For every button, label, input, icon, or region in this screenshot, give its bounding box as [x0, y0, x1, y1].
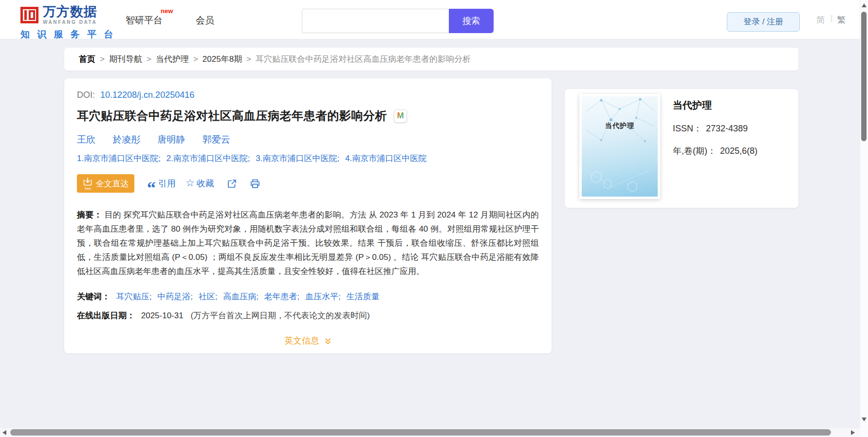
lang-divider: | — [831, 14, 832, 23]
fulltext-label: 全文直达 — [96, 178, 129, 189]
favorite-button[interactable]: ☆ 收藏 — [185, 178, 214, 189]
affiliation-separator: ; — [248, 154, 250, 163]
article-card: DOI: 10.12208/j.cn.20250416 耳穴贴压联合中药足浴对社… — [64, 78, 552, 353]
star-icon: ☆ — [185, 177, 195, 189]
share-button[interactable] — [227, 179, 237, 189]
logo-tagline: 知 识 服 务 平 台 — [20, 28, 115, 41]
breadcrumb: 首页 > 期刊导航 > 当代护理 > 2025年8期 > 耳穴贴压联合中药足浴对… — [64, 48, 798, 71]
issn-label: ISSN： — [673, 124, 702, 133]
breadcrumb-separator: > — [147, 55, 151, 64]
vertical-scrollbar-thumb[interactable] — [861, 12, 867, 141]
keywords-row: 关键词： 耳穴贴压; 中药足浴; 社区; 高血压病; 老年患者; 血压水平; 生… — [77, 291, 539, 302]
lang-simplified-toggle[interactable]: 简 — [816, 14, 825, 26]
print-icon — [250, 179, 260, 189]
volume-label: 年,卷(期)： — [673, 146, 716, 156]
site-logo[interactable]: 万方数据 WANFANG DATA 知 识 服 务 平 台 — [20, 5, 115, 41]
pubdate-value: 2025-10-31 — [141, 311, 184, 320]
logo-en-text: WANFANG DATA — [43, 19, 97, 25]
affiliation-link[interactable]: 南京市浦口区中医院 — [263, 154, 337, 163]
action-row: free 全文直达 “ 引用 ☆ 收藏 — [77, 174, 539, 193]
breadcrumb-separator: > — [193, 55, 198, 64]
pubdate-label: 在线出版日期： — [77, 311, 135, 320]
journal-info: 当代护理 ISSN：2732-4389 年,卷(期)：2025,6(8) — [673, 99, 757, 157]
breadcrumb-home[interactable]: 首页 — [79, 54, 95, 65]
keyword-separator: ; — [297, 292, 300, 301]
login-register-button[interactable]: 登录 / 注册 — [727, 12, 800, 32]
download-free-icon: free — [83, 177, 92, 190]
affiliation-link[interactable]: 南京市浦口区中医院 — [84, 154, 158, 163]
search-bar: 搜索 — [302, 9, 494, 33]
scrollbar-corner — [860, 428, 868, 437]
horizontal-scrollbar[interactable] — [0, 428, 860, 437]
keyword-link[interactable]: 生活质量 — [347, 292, 380, 301]
keyword-link[interactable]: 耳穴贴压 — [116, 292, 149, 301]
pubdate-note: (万方平台首次上网日期，不代表论文的发表时间) — [190, 311, 369, 320]
journal-issn-row: ISSN：2732-4389 — [673, 123, 757, 134]
search-button[interactable]: 搜索 — [449, 9, 494, 33]
affiliation-number: 3. — [256, 154, 262, 163]
double-chevron-down-icon — [324, 338, 332, 345]
metrics-m-badge[interactable]: M — [394, 109, 407, 123]
breadcrumb-issue[interactable]: 2025年8期 — [203, 54, 242, 65]
breadcrumb-separator: > — [246, 55, 251, 64]
wanfang-logo-icon — [20, 7, 38, 23]
new-badge: new — [161, 7, 173, 15]
cite-label: 引用 — [158, 178, 176, 189]
scroll-left-arrow-icon[interactable] — [2, 430, 6, 435]
scroll-right-arrow-icon[interactable] — [851, 430, 855, 435]
site-header: 万方数据 WANFANG DATA 知 识 服 务 平 台 智研平台 new 会… — [0, 0, 860, 39]
affiliation-number: 2. — [166, 154, 173, 163]
breadcrumb-current-article: 耳穴贴压联合中药足浴对社区高血压病老年患者的影响分析 — [256, 54, 471, 65]
affiliation-number: 4. — [345, 154, 352, 163]
pubdate-row: 在线出版日期： 2025-10-31 (万方平台首次上网日期，不代表论文的发表时… — [77, 310, 539, 321]
english-info-label: 英文信息 — [284, 336, 319, 346]
affiliation-separator: ; — [337, 154, 340, 163]
doi-link[interactable]: 10.12208/j.cn.20250416 — [100, 90, 194, 100]
cite-button[interactable]: “ 引用 — [147, 178, 176, 189]
fulltext-button[interactable]: free 全文直达 — [77, 174, 134, 193]
keywords-label: 关键词： — [77, 292, 110, 301]
keyword-link[interactable]: 血压水平 — [305, 292, 338, 301]
journal-cover[interactable]: 当代护理 — [579, 94, 660, 199]
logo-cn-text: 万方数据 — [43, 5, 97, 18]
breadcrumb-journal-nav[interactable]: 期刊导航 — [109, 54, 142, 65]
affiliation-link[interactable]: 南京市浦口区中医院 — [352, 154, 426, 163]
breadcrumb-journal[interactable]: 当代护理 — [156, 54, 189, 65]
author-link[interactable]: 王欣 — [77, 134, 95, 145]
affiliations-row: 1.南京市浦口区中医院; 2.南京市浦口区中医院; 3.南京市浦口区中医院; 4… — [77, 153, 539, 164]
nav-member[interactable]: 会员 — [196, 14, 214, 27]
author-link[interactable]: 唐明静 — [158, 134, 185, 145]
doi-label: DOI: — [77, 90, 95, 100]
keyword-link[interactable]: 高血压病 — [223, 292, 256, 301]
article-title: 耳穴贴压联合中药足浴对社区高血压病老年患者的影响分析 — [77, 108, 387, 124]
affiliation-link[interactable]: 南京市浦口区中医院 — [173, 154, 248, 163]
english-info-link[interactable]: 英文信息 — [77, 335, 539, 346]
keyword-separator: ; — [215, 292, 218, 301]
journal-cover-art: 当代护理 — [582, 96, 658, 197]
keyword-separator: ; — [190, 292, 193, 301]
keyword-separator: ; — [256, 292, 259, 301]
keyword-link[interactable]: 老年患者 — [264, 292, 297, 301]
keyword-link[interactable]: 中药足浴 — [157, 292, 190, 301]
journal-card: 当代护理 当代护理 ISSN：2732-4389 年,卷(期)：2025,6(8… — [565, 89, 798, 208]
horizontal-scrollbar-thumb[interactable] — [10, 429, 831, 436]
search-input[interactable] — [302, 9, 449, 33]
scroll-down-arrow-icon[interactable] — [862, 418, 867, 421]
print-button[interactable] — [250, 179, 260, 189]
author-link[interactable]: 郭爱云 — [203, 134, 230, 145]
cover-network-art — [582, 96, 658, 197]
keyword-separator: ; — [149, 292, 152, 301]
scroll-up-arrow-icon[interactable] — [862, 3, 867, 7]
keyword-link[interactable]: 社区 — [199, 292, 215, 301]
authors-row: 王欣 於凌彤 唐明静 郭爱云 — [77, 133, 539, 146]
vertical-scrollbar[interactable] — [860, 0, 868, 428]
page: 万方数据 WANFANG DATA 知 识 服 务 平 台 智研平台 new 会… — [0, 0, 868, 437]
doi-row: DOI: 10.12208/j.cn.20250416 — [77, 90, 539, 100]
lang-traditional-toggle[interactable]: 繁 — [837, 14, 846, 26]
favorite-label: 收藏 — [197, 178, 214, 189]
affiliation-separator: ; — [158, 154, 161, 163]
nav-zhiyan-platform[interactable]: 智研平台 — [126, 14, 163, 27]
m-badge-letter: M — [397, 111, 404, 121]
affiliation-number: 1. — [77, 154, 84, 163]
author-link[interactable]: 於凌彤 — [112, 134, 140, 145]
